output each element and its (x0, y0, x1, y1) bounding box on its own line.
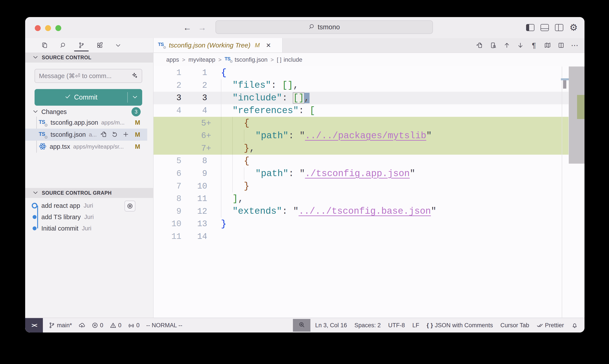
activity-bar-chevron-down[interactable] (113, 39, 123, 52)
commit-row[interactable]: add react appJuri (25, 200, 147, 211)
overview-selection-marker (563, 80, 566, 89)
code-line[interactable]: 5+{ (154, 117, 569, 130)
path-link[interactable]: ../../tsconfig.base.json (298, 206, 431, 217)
pilcrow-button[interactable]: ¶ (529, 39, 539, 52)
error-circle-icon (92, 322, 98, 329)
tab-tsconfig-json[interactable]: TS⚙ tsconfig.json (Working Tree) M ✕ (154, 38, 283, 52)
status-ports[interactable]: 0 (128, 322, 140, 329)
change-row[interactable]: app.tsxapps/myviteapp/sr...M (25, 141, 147, 153)
indent-guide (221, 155, 232, 167)
arrow-up-button[interactable] (502, 39, 511, 52)
open-file-button[interactable] (101, 131, 107, 139)
code-line[interactable]: 1114 (154, 230, 569, 243)
activity-bar-extensions[interactable] (95, 39, 105, 52)
code-line[interactable]: 710} (154, 180, 569, 193)
toggle-secondary-sidebar-button[interactable] (554, 17, 564, 38)
chevron-down-icon (32, 189, 39, 196)
code-line[interactable]: 69"path": "./tsconfig.app.json" (154, 167, 569, 180)
change-row[interactable]: TS⚙tsconfig.jsona...M (25, 129, 147, 141)
status-language-mode[interactable]: { }JSON with Comments (427, 322, 493, 329)
close-icon[interactable]: ✕ (266, 42, 271, 49)
modified-badge: M (135, 143, 140, 150)
close-window-button[interactable] (35, 25, 41, 31)
source-control-graph-header[interactable]: SOURCE CONTROL GRAPH (25, 188, 153, 198)
code-line[interactable]: 7+}, (154, 142, 569, 155)
ellipsis-button[interactable]: ⋯ (570, 39, 579, 52)
changes-header[interactable]: Changes 3 (25, 107, 147, 117)
checkout-target-button[interactable] (124, 201, 135, 211)
status-cursor-position[interactable]: Ln 3, Col 16 (315, 322, 347, 329)
status-notifications[interactable] (571, 322, 578, 329)
code-line[interactable]: 44"references": [ (154, 104, 569, 117)
status-sync-status[interactable] (78, 322, 85, 329)
status-eol[interactable]: LF (412, 322, 419, 329)
activity-bar-source-control[interactable] (76, 39, 86, 52)
source-control-section-header[interactable]: SOURCE CONTROL (25, 52, 153, 63)
commit-row[interactable]: Initial commitJuri (25, 223, 147, 234)
git-branch-icon (49, 322, 55, 329)
code-line[interactable]: 22"files": [], (154, 79, 569, 92)
explorer-icon (41, 42, 48, 49)
indent-guide (221, 167, 232, 180)
zoom-window-button[interactable] (55, 25, 61, 31)
code-line[interactable]: 912"extends": "../../tsconfig.base.json" (154, 205, 569, 218)
status-encoding[interactable]: UTF-8 (388, 322, 405, 329)
open-changes-button[interactable] (475, 39, 484, 52)
zoom-indicator-button[interactable] (293, 319, 311, 332)
discard-button[interactable] (112, 131, 118, 139)
code-line[interactable]: 33"include": [], (154, 92, 569, 104)
path-link[interactable]: ./tsconfig.app.json (305, 169, 410, 179)
breadcrumb-item-myviteapp[interactable]: myviteapp (188, 56, 215, 63)
remote-indicator[interactable]: >< (25, 318, 43, 333)
line-number-modified: 13 (185, 219, 211, 229)
command-center-search[interactable]: tsmono (216, 20, 433, 34)
code-token: " (431, 206, 436, 217)
toggle-sidebar-button[interactable] (525, 17, 535, 38)
activity-bar-explorer[interactable] (39, 39, 50, 52)
file-search-button[interactable] (489, 39, 498, 52)
status-indentation[interactable]: Spaces: 2 (354, 322, 381, 329)
back-icon[interactable]: ← (183, 23, 191, 32)
breadcrumb-item-tsconfig.json[interactable]: TS⚙tsconfig.json (225, 56, 268, 63)
commit-dropdown-button[interactable] (128, 94, 142, 101)
minimize-window-button[interactable] (45, 25, 51, 31)
map-button[interactable] (543, 39, 552, 52)
settings-button[interactable]: ⚙ (569, 17, 578, 38)
split-editor-button[interactable] (557, 39, 566, 52)
toggle-panel-button[interactable] (540, 17, 549, 38)
breadcrumb-item-apps[interactable]: apps (166, 56, 179, 63)
cloud-upload-icon (78, 322, 85, 329)
code-line[interactable]: 11{ (154, 66, 569, 79)
change-row[interactable]: TS⚙tsconfig.app.jsonapps/m...M (25, 117, 147, 129)
code-line[interactable]: 1013} (154, 218, 569, 230)
status-cursor-tab[interactable]: Cursor Tab (500, 322, 529, 329)
stage-button[interactable] (122, 131, 129, 139)
status-vim-mode[interactable]: -- NORMAL -- (146, 322, 182, 329)
activity-bar-search[interactable] (58, 39, 68, 52)
code-line[interactable]: 58{ (154, 155, 569, 167)
path-link[interactable]: ../../packages/mytslib (305, 130, 426, 141)
code-line[interactable]: 811], (154, 193, 569, 205)
line-number-original: 5 (154, 156, 185, 166)
arrow-down-button[interactable] (516, 39, 525, 52)
diff-editor[interactable]: 11{22"files": [],33"include": [],44"refe… (154, 66, 584, 318)
breadcrumb-label: include (284, 56, 302, 63)
check-icon (65, 93, 71, 102)
forward-icon[interactable]: → (198, 23, 206, 32)
status-formatter[interactable]: Prettier (537, 322, 564, 329)
commit-message-input[interactable]: Message (⌘⏎ to comm... (35, 69, 142, 83)
status-branch-status[interactable]: main* (49, 322, 72, 329)
status-errors[interactable]: 0 (92, 322, 103, 329)
file-name: tsconfig.json (51, 131, 86, 138)
code-token: : (288, 169, 299, 179)
activity-bar (25, 38, 168, 52)
sparkle-icon[interactable] (131, 72, 138, 80)
braces-icon: { } (427, 323, 433, 328)
line-number-original: 2 (154, 81, 185, 90)
commit-button[interactable]: Commit (35, 89, 142, 106)
breadcrumb-item-include[interactable]: [ ]include (277, 56, 302, 63)
overview-cursor-marker (561, 78, 569, 80)
code-line[interactable]: 6+"path": "../../packages/mytslib" (154, 130, 569, 142)
status-warnings[interactable]: 0 (110, 322, 121, 329)
commit-row[interactable]: add TS libraryJuri (25, 211, 147, 223)
